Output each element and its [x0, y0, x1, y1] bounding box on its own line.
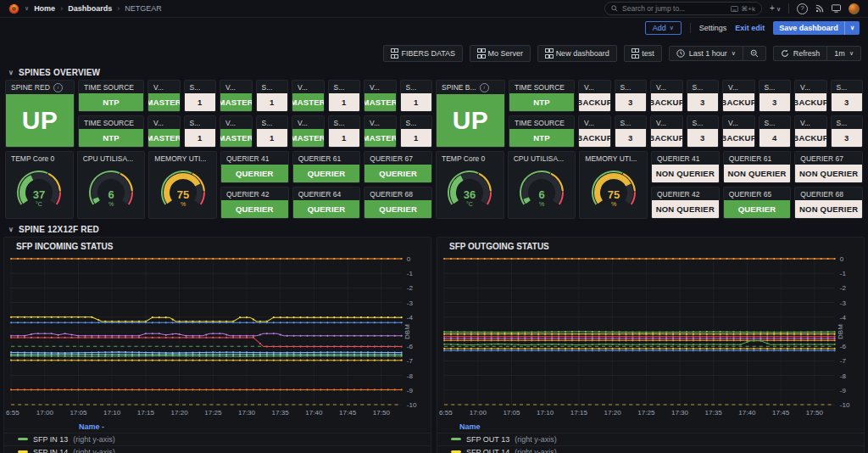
panel-title[interactable]: V... — [364, 81, 396, 93]
panel-title[interactable]: S... — [760, 116, 791, 129]
panel-title[interactable]: S... — [185, 81, 216, 93]
panel-title[interactable]: TEMP Core 0 — [6, 152, 73, 165]
panel-title[interactable]: MEMORY UTI... — [580, 152, 647, 165]
link-fibers-datas[interactable]: FIBERS DATAS — [383, 45, 463, 62]
panel-title[interactable]: S... — [687, 81, 719, 93]
panel-title[interactable]: V... — [148, 81, 180, 93]
panel-title[interactable]: QUERIER 68 — [795, 187, 862, 200]
panel-title[interactable]: QUERIER 41 — [652, 152, 719, 165]
add-menu-button[interactable]: + ∨ — [770, 4, 781, 13]
breadcrumb-home[interactable]: Home — [34, 4, 55, 13]
chart-title[interactable]: SFP INCOMING STATUS — [4, 238, 431, 252]
legend-item-sfp-in-14[interactable]: SFP IN 14(right y-axis) — [4, 446, 431, 453]
panel-title[interactable]: TIME SOURCE — [79, 116, 143, 129]
panel-title[interactable]: V... — [292, 116, 324, 129]
link-test[interactable]: test — [624, 45, 662, 62]
series-name[interactable]: SFP IN 14 — [33, 448, 68, 453]
org-switcher-caret-icon[interactable]: ∨ — [25, 5, 29, 12]
legend-name-header[interactable]: Name - — [4, 422, 431, 433]
section-spines-overview[interactable]: ∨ SPINES OVERVIEW — [8, 68, 868, 77]
search-input[interactable]: Search or jump to... ⌘+k — [604, 2, 762, 15]
panel-title[interactable]: TIME SOURCE — [79, 81, 143, 93]
info-icon[interactable]: i — [480, 83, 489, 92]
section-spine-12x12f-red[interactable]: ∨ SPINE 12X12F RED — [8, 225, 868, 234]
panel-title[interactable]: QUERIER 65 — [724, 187, 791, 200]
news-rss-icon[interactable] — [815, 4, 824, 13]
settings-button[interactable]: Settings — [699, 24, 727, 32]
time-series-plot[interactable]: 6:5517:0017:0517:1017:1517:2017:2517:301… — [4, 252, 431, 418]
refresh-button[interactable]: Refresh — [774, 47, 827, 60]
panel-title[interactable]: S... — [257, 116, 288, 129]
breadcrumb-dashboards[interactable]: Dashboards — [68, 4, 112, 13]
panel-title[interactable]: V... — [579, 81, 610, 93]
panel-title[interactable]: V... — [579, 116, 610, 129]
save-dashboard-caret-icon[interactable]: ∨ — [844, 21, 860, 35]
panel-title[interactable]: S... — [401, 116, 432, 129]
panel-title[interactable]: QUERIER 68 — [364, 187, 431, 200]
panel-title[interactable]: SPINE REDi — [6, 81, 74, 94]
panel-title[interactable]: TEMP Core 0 — [437, 152, 504, 165]
svg-text:17:05: 17:05 — [503, 409, 520, 417]
user-avatar[interactable] — [849, 3, 860, 14]
panel-title[interactable]: S... — [832, 116, 863, 129]
time-series-plot[interactable]: 6:5517:0017:0517:1017:1517:2017:2517:301… — [437, 252, 864, 418]
time-range-picker[interactable]: Last 1 hour∨ — [670, 47, 743, 60]
grafana-logo-icon[interactable] — [8, 3, 19, 14]
panel-title[interactable]: QUERIER 67 — [364, 152, 431, 165]
series-name[interactable]: SFP IN 13 — [33, 435, 68, 444]
panel-title[interactable]: QUERIER 42 — [652, 187, 719, 200]
panel-title[interactable]: S... — [760, 81, 791, 93]
panel-title[interactable]: QUERIER 61 — [724, 152, 791, 165]
zoom-out-button[interactable] — [743, 47, 765, 60]
panel-title[interactable]: TIME SOURCE — [509, 116, 574, 129]
panel-title[interactable]: V... — [220, 116, 252, 129]
panel-title[interactable]: V... — [292, 81, 324, 93]
series-name[interactable]: SFP OUT 14 — [466, 448, 509, 453]
panel-title[interactable]: V... — [220, 81, 252, 93]
panel-title[interactable]: S... — [615, 81, 647, 93]
panel-title[interactable]: S... — [329, 116, 360, 129]
help-icon[interactable]: ? — [797, 3, 808, 14]
panel-title[interactable]: V... — [148, 116, 180, 129]
panel-title[interactable]: S... — [687, 116, 719, 129]
panel-title[interactable]: V... — [651, 116, 682, 129]
panel-title[interactable]: V... — [795, 116, 826, 129]
panel-title[interactable]: CPU UTILISA... — [78, 152, 145, 165]
link-mo-server[interactable]: Mo Server — [470, 45, 531, 62]
panel-title[interactable]: S... — [615, 116, 647, 129]
panel-title[interactable]: S... — [329, 81, 360, 93]
save-dashboard-button[interactable]: Save dashboard ∨ — [773, 21, 860, 35]
panel-title[interactable]: S... — [401, 81, 432, 93]
panel-title[interactable]: V... — [651, 81, 682, 93]
panel-title[interactable]: S... — [832, 81, 863, 93]
panel-title[interactable]: MEMORY UTI... — [149, 152, 216, 165]
add-panel-button[interactable]: Add∨ — [645, 21, 682, 35]
panel-title[interactable]: CPU UTILISA... — [509, 152, 576, 165]
panel-title[interactable]: S... — [257, 81, 288, 93]
panel-title[interactable]: S... — [185, 116, 216, 129]
exit-edit-button[interactable]: Exit edit — [735, 24, 765, 32]
panel-title[interactable]: QUERIER 41 — [221, 152, 288, 165]
info-icon[interactable]: i — [53, 83, 63, 92]
panel-title[interactable]: SPINE B...i — [437, 81, 504, 94]
monitor-icon[interactable] — [832, 4, 841, 13]
panel-title[interactable]: TIME SOURCE — [509, 81, 574, 93]
link-new-dashboard[interactable]: New dashboard — [537, 45, 617, 62]
chart-title[interactable]: SFP OUTGOING STATUS — [437, 238, 864, 252]
panel-title[interactable]: V... — [364, 116, 396, 129]
panel-title[interactable]: V... — [723, 81, 754, 93]
series-name[interactable]: SFP OUT 13 — [466, 435, 509, 444]
panel-title[interactable]: QUERIER 64 — [293, 187, 360, 200]
refresh-interval-picker[interactable]: 1m∨ — [826, 47, 860, 60]
legend-name-header[interactable]: Name — [437, 422, 864, 433]
panel-title[interactable]: QUERIER 42 — [221, 187, 288, 200]
panel-title[interactable]: QUERIER 61 — [293, 152, 360, 165]
panel-title[interactable]: V... — [723, 116, 754, 129]
legend-item-sfp-out-14[interactable]: SFP OUT 14(right y-axis) — [437, 446, 864, 453]
value-tile: 4 — [760, 129, 791, 147]
panel-title[interactable]: QUERIER 67 — [795, 152, 862, 165]
legend-item-sfp-out-13[interactable]: SFP OUT 13(right y-axis) — [437, 433, 864, 446]
legend-item-sfp-in-13[interactable]: SFP IN 13(right y-axis) — [4, 433, 431, 446]
series-color-swatch — [18, 438, 28, 440]
panel-title[interactable]: V... — [795, 81, 826, 93]
